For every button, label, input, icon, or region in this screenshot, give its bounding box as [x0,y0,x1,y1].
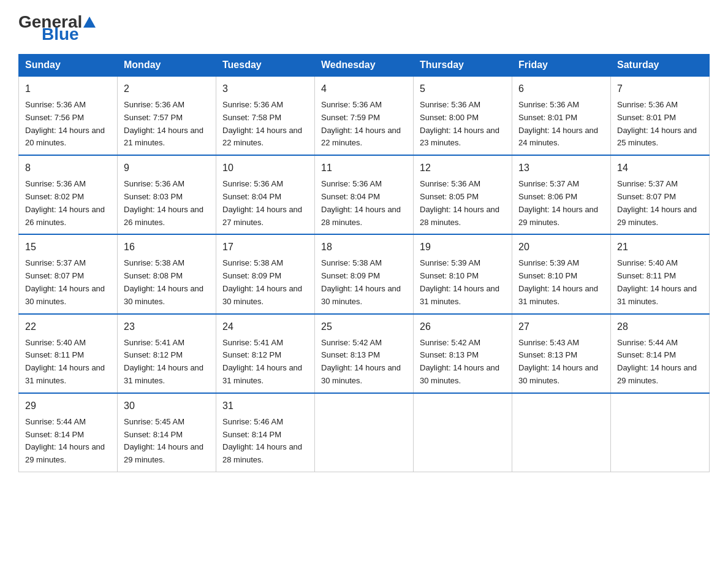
calendar-day-cell: 22 Sunrise: 5:40 AM Sunset: 8:11 PM Dayl… [19,314,118,393]
calendar-table: SundayMondayTuesdayWednesdayThursdayFrid… [18,54,710,472]
calendar-day-cell: 31 Sunrise: 5:46 AM Sunset: 8:14 PM Dayl… [216,393,315,472]
day-number: 11 [321,161,407,175]
day-info: Sunrise: 5:41 AM Sunset: 8:12 PM Dayligh… [222,338,302,385]
day-info: Sunrise: 5:36 AM Sunset: 8:00 PM Dayligh… [420,100,499,147]
calendar-day-cell: 4 Sunrise: 5:36 AM Sunset: 7:59 PM Dayli… [315,76,414,155]
calendar-empty-cell [414,393,512,472]
day-info: Sunrise: 5:44 AM Sunset: 8:14 PM Dayligh… [25,417,105,464]
day-number: 16 [124,240,210,255]
calendar-day-cell: 1 Sunrise: 5:36 AM Sunset: 7:56 PM Dayli… [19,76,118,155]
day-info: Sunrise: 5:36 AM Sunset: 7:58 PM Dayligh… [222,100,302,147]
page-header: General Blue [18,12,710,44]
day-info: Sunrise: 5:39 AM Sunset: 8:10 PM Dayligh… [420,258,499,305]
calendar-header-row: SundayMondayTuesdayWednesdayThursdayFrid… [19,55,710,77]
calendar-day-cell: 17 Sunrise: 5:38 AM Sunset: 8:09 PM Dayl… [216,234,315,313]
day-info: Sunrise: 5:39 AM Sunset: 8:10 PM Dayligh… [518,258,598,305]
day-number: 9 [124,161,210,175]
calendar-day-cell: 15 Sunrise: 5:37 AM Sunset: 8:07 PM Dayl… [19,234,118,313]
day-info: Sunrise: 5:41 AM Sunset: 8:12 PM Dayligh… [124,338,203,385]
calendar-day-cell: 12 Sunrise: 5:36 AM Sunset: 8:05 PM Dayl… [414,155,512,234]
calendar-day-cell: 24 Sunrise: 5:41 AM Sunset: 8:12 PM Dayl… [216,314,315,393]
day-info: Sunrise: 5:36 AM Sunset: 8:02 PM Dayligh… [25,179,105,226]
day-info: Sunrise: 5:36 AM Sunset: 8:01 PM Dayligh… [617,100,697,147]
day-number: 4 [321,82,407,96]
day-number: 29 [25,399,111,413]
day-info: Sunrise: 5:36 AM Sunset: 7:57 PM Dayligh… [124,100,203,147]
day-number: 27 [518,320,604,334]
calendar-day-cell: 6 Sunrise: 5:36 AM Sunset: 8:01 PM Dayli… [512,76,611,155]
calendar-day-cell: 2 Sunrise: 5:36 AM Sunset: 7:57 PM Dayli… [118,76,216,155]
calendar-day-cell: 14 Sunrise: 5:37 AM Sunset: 8:07 PM Dayl… [611,155,710,234]
day-number: 15 [25,240,111,255]
day-number: 13 [518,161,604,175]
day-info: Sunrise: 5:37 AM Sunset: 8:06 PM Dayligh… [518,179,598,226]
day-number: 10 [222,161,308,175]
calendar-day-cell: 21 Sunrise: 5:40 AM Sunset: 8:11 PM Dayl… [611,234,710,313]
day-number: 25 [321,320,407,334]
calendar-week-row: 15 Sunrise: 5:37 AM Sunset: 8:07 PM Dayl… [19,234,710,313]
calendar-day-cell: 20 Sunrise: 5:39 AM Sunset: 8:10 PM Dayl… [512,234,611,313]
day-info: Sunrise: 5:40 AM Sunset: 8:11 PM Dayligh… [25,338,105,385]
header-wednesday: Wednesday [315,55,414,77]
day-number: 17 [222,240,308,255]
day-info: Sunrise: 5:36 AM Sunset: 7:59 PM Dayligh… [321,100,401,147]
calendar-empty-cell [512,393,611,472]
header-tuesday: Tuesday [216,55,315,77]
day-number: 3 [222,82,308,96]
day-number: 30 [124,399,210,413]
calendar-day-cell: 25 Sunrise: 5:42 AM Sunset: 8:13 PM Dayl… [315,314,414,393]
day-number: 6 [518,82,604,96]
day-info: Sunrise: 5:36 AM Sunset: 8:04 PM Dayligh… [321,179,401,226]
day-number: 19 [420,240,506,255]
calendar-day-cell: 10 Sunrise: 5:36 AM Sunset: 8:04 PM Dayl… [216,155,315,234]
day-number: 14 [617,161,703,175]
day-number: 31 [222,399,308,413]
day-info: Sunrise: 5:36 AM Sunset: 8:03 PM Dayligh… [124,179,203,226]
day-number: 7 [617,82,703,96]
day-info: Sunrise: 5:38 AM Sunset: 8:09 PM Dayligh… [222,258,302,305]
calendar-day-cell: 9 Sunrise: 5:36 AM Sunset: 8:03 PM Dayli… [118,155,216,234]
day-number: 26 [420,320,506,334]
day-number: 8 [25,161,111,175]
day-number: 23 [124,320,210,334]
calendar-day-cell: 19 Sunrise: 5:39 AM Sunset: 8:10 PM Dayl… [414,234,512,313]
day-number: 18 [321,240,407,255]
day-info: Sunrise: 5:38 AM Sunset: 8:08 PM Dayligh… [124,258,203,305]
logo: General Blue [18,12,97,44]
calendar-week-row: 29 Sunrise: 5:44 AM Sunset: 8:14 PM Dayl… [19,393,710,472]
day-info: Sunrise: 5:36 AM Sunset: 7:56 PM Dayligh… [25,100,105,147]
header-friday: Friday [512,55,611,77]
day-number: 22 [25,320,111,334]
calendar-week-row: 22 Sunrise: 5:40 AM Sunset: 8:11 PM Dayl… [19,314,710,393]
day-number: 2 [124,82,210,96]
day-number: 21 [617,240,703,255]
day-info: Sunrise: 5:43 AM Sunset: 8:13 PM Dayligh… [518,338,598,385]
calendar-empty-cell [315,393,414,472]
header-monday: Monday [118,55,216,77]
header-sunday: Sunday [19,55,118,77]
day-info: Sunrise: 5:36 AM Sunset: 8:04 PM Dayligh… [222,179,302,226]
calendar-week-row: 1 Sunrise: 5:36 AM Sunset: 7:56 PM Dayli… [19,76,710,155]
header-saturday: Saturday [611,55,710,77]
day-info: Sunrise: 5:37 AM Sunset: 8:07 PM Dayligh… [25,258,105,305]
calendar-day-cell: 3 Sunrise: 5:36 AM Sunset: 7:58 PM Dayli… [216,76,315,155]
calendar-day-cell: 28 Sunrise: 5:44 AM Sunset: 8:14 PM Dayl… [611,314,710,393]
logo-blue-text: Blue [42,25,79,44]
calendar-day-cell: 30 Sunrise: 5:45 AM Sunset: 8:14 PM Dayl… [118,393,216,472]
logo-triangle-icon [83,17,96,28]
day-number: 28 [617,320,703,334]
day-number: 24 [222,320,308,334]
calendar-day-cell: 29 Sunrise: 5:44 AM Sunset: 8:14 PM Dayl… [19,393,118,472]
day-info: Sunrise: 5:36 AM Sunset: 8:01 PM Dayligh… [518,100,598,147]
calendar-day-cell: 5 Sunrise: 5:36 AM Sunset: 8:00 PM Dayli… [414,76,512,155]
calendar-day-cell: 18 Sunrise: 5:38 AM Sunset: 8:09 PM Dayl… [315,234,414,313]
calendar-empty-cell [611,393,710,472]
day-info: Sunrise: 5:46 AM Sunset: 8:14 PM Dayligh… [222,417,302,464]
calendar-day-cell: 16 Sunrise: 5:38 AM Sunset: 8:08 PM Dayl… [118,234,216,313]
header-thursday: Thursday [414,55,512,77]
calendar-day-cell: 23 Sunrise: 5:41 AM Sunset: 8:12 PM Dayl… [118,314,216,393]
calendar-day-cell: 8 Sunrise: 5:36 AM Sunset: 8:02 PM Dayli… [19,155,118,234]
calendar-day-cell: 11 Sunrise: 5:36 AM Sunset: 8:04 PM Dayl… [315,155,414,234]
calendar-day-cell: 26 Sunrise: 5:42 AM Sunset: 8:13 PM Dayl… [414,314,512,393]
day-info: Sunrise: 5:40 AM Sunset: 8:11 PM Dayligh… [617,258,697,305]
